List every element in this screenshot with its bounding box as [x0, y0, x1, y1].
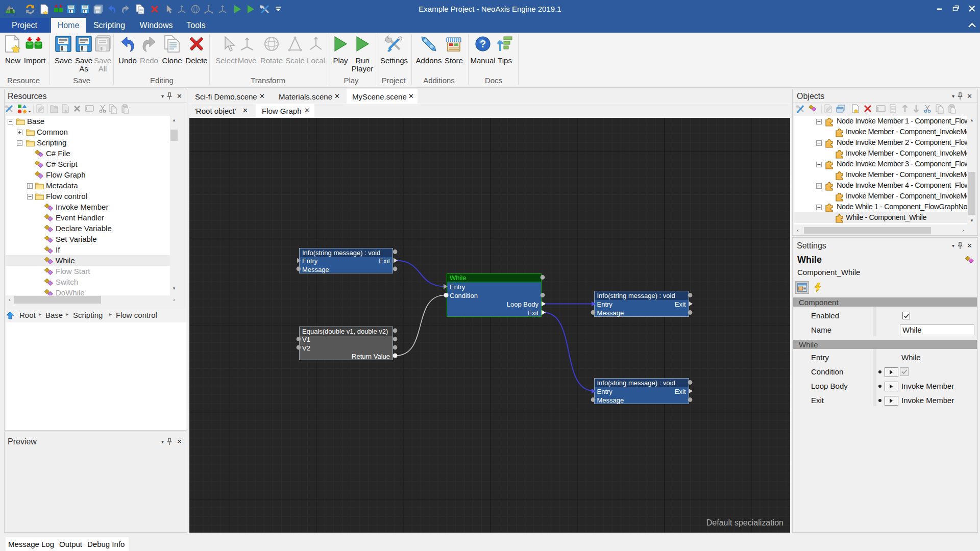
svg-text:?: ? [480, 38, 486, 49]
